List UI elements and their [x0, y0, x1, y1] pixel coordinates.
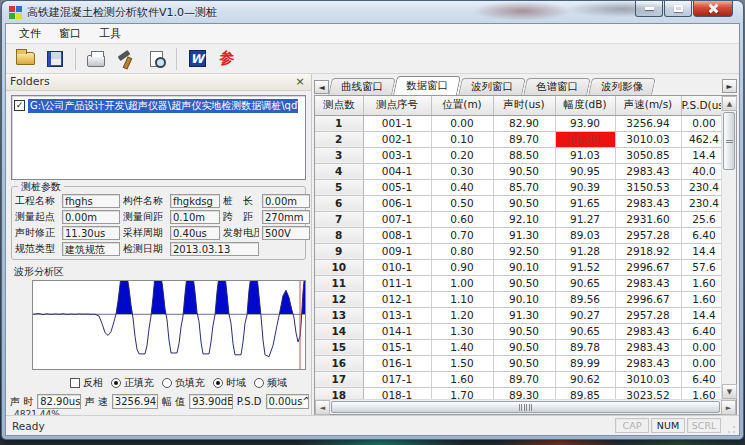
tab-scroll-right-button[interactable]: ► — [722, 79, 737, 93]
row-header-cell[interactable]: 1 — [315, 115, 363, 131]
tab-scroll-left-button[interactable]: ◄ — [314, 80, 329, 94]
table-row[interactable]: 12012-11.1090.1089.562996.671.60 — [315, 291, 721, 307]
table-cell[interactable]: 0.80 — [431, 243, 493, 259]
row-header-cell[interactable]: 10 — [315, 259, 363, 275]
row-header-cell[interactable]: 14 — [315, 323, 363, 339]
table-cell[interactable]: 57.6 — [681, 259, 721, 275]
row-header-cell[interactable]: 9 — [315, 243, 363, 259]
table-cell[interactable]: 3010.03 — [615, 371, 681, 387]
table-cell[interactable]: 014-1 — [363, 323, 431, 339]
param-button[interactable]: 参 — [214, 47, 240, 71]
scroll-down-icon[interactable]: ▼ — [722, 384, 737, 399]
row-header-cell[interactable]: 8 — [315, 227, 363, 243]
table-cell[interactable]: 0.00 — [431, 115, 493, 131]
table-row[interactable]: 10010-10.9090.1091.522996.6757.6 — [315, 259, 721, 275]
table-cell[interactable]: 6.40 — [681, 227, 721, 243]
table-cell[interactable]: 14.4 — [681, 243, 721, 259]
table-cell[interactable]: 005-1 — [363, 179, 431, 195]
table-cell[interactable]: 91.27 — [555, 211, 615, 227]
table-cell[interactable]: 0.10 — [431, 131, 493, 147]
row-header-cell[interactable]: 6 — [315, 195, 363, 211]
table-cell[interactable]: 230.4 — [681, 179, 721, 195]
table-cell[interactable]: 89.85 — [555, 387, 615, 399]
table-row[interactable]: 5005-10.4085.7090.393150.53230.4 — [315, 179, 721, 195]
table-cell[interactable]: 2957.28 — [615, 307, 681, 323]
table-cell[interactable]: 89.99 — [555, 355, 615, 371]
table-cell[interactable]: 2996.67 — [615, 291, 681, 307]
column-header-1[interactable]: 测点序号 — [363, 96, 431, 115]
tab-2[interactable]: 波列窗口 — [458, 78, 526, 95]
row-header-cell[interactable]: 17 — [315, 371, 363, 387]
scroll-right-icon[interactable]: ► — [721, 400, 736, 415]
table-cell[interactable]: 015-1 — [363, 339, 431, 355]
table-row[interactable]: 1001-10.0082.9093.903256.940.00 — [315, 115, 721, 131]
row-header-cell[interactable]: 2 — [315, 131, 363, 147]
table-cell[interactable]: 6.40 — [681, 371, 721, 387]
table-cell[interactable]: 89.70 — [493, 131, 555, 147]
title-bar[interactable]: 高铁建混凝土检测分析软件V1.0—测桩 — [2, 1, 743, 23]
table-cell[interactable]: 90.65 — [555, 323, 615, 339]
invert-checkbox[interactable]: 反相 — [70, 376, 103, 390]
table-cell[interactable]: 1.60 — [681, 275, 721, 291]
table-cell[interactable]: 82.90 — [493, 115, 555, 131]
table-row[interactable]: 14014-11.3090.5090.652983.436.40 — [315, 323, 721, 339]
table-cell[interactable]: 1.70 — [431, 387, 493, 399]
table-row[interactable]: 18018-11.7089.3089.853023.521.60 — [315, 387, 721, 399]
table-cell[interactable]: 25.6 — [681, 211, 721, 227]
table-cell[interactable]: 0.60 — [431, 211, 493, 227]
table-cell[interactable]: 91.28 — [555, 243, 615, 259]
table-cell[interactable]: 2957.28 — [615, 227, 681, 243]
table-cell[interactable]: 90.95 — [555, 163, 615, 179]
fill-mode-radio-2[interactable]: 负填充 — [162, 376, 205, 390]
table-cell[interactable]: 90.27 — [555, 307, 615, 323]
table-cell[interactable]: 6.40 — [681, 323, 721, 339]
column-header-5[interactable]: 声速(m/s) — [615, 96, 681, 115]
vertical-scrollbar[interactable]: ▲ ▼ — [721, 96, 736, 399]
table-cell[interactable]: 013-1 — [363, 307, 431, 323]
vertical-scroll-thumb[interactable] — [723, 112, 735, 170]
minimize-button[interactable] — [635, 1, 663, 17]
table-cell[interactable]: 1.40 — [431, 339, 493, 355]
table-row[interactable]: 11011-11.0090.5090.652983.431.60 — [315, 275, 721, 291]
resize-grip[interactable] — [724, 422, 737, 435]
table-row[interactable]: 7007-10.6092.1091.272931.6025.6 — [315, 211, 721, 227]
row-header-cell[interactable]: 16 — [315, 355, 363, 371]
folder-item[interactable]: ✓G:\公司产品设计开发\超声仪器\超声仪实地检测数据调桩\qd\qd03\qd… — [14, 99, 303, 113]
table-row[interactable]: 13013-11.2091.3090.272957.2814.4 — [315, 307, 721, 323]
table-cell[interactable]: 0.00 — [681, 115, 721, 131]
menu-item-0[interactable]: 文件 — [10, 24, 50, 43]
table-cell[interactable]: 009-1 — [363, 243, 431, 259]
table-cell[interactable]: 1.20 — [431, 307, 493, 323]
table-cell[interactable]: 91.30 — [493, 227, 555, 243]
row-header-cell[interactable]: 4 — [315, 163, 363, 179]
table-cell[interactable]: 0.90 — [431, 259, 493, 275]
table-cell[interactable]: 1.60 — [431, 371, 493, 387]
table-row[interactable]: 8008-10.7091.3089.032957.286.40 — [315, 227, 721, 243]
table-row[interactable]: 6006-10.5090.5091.652983.43230.4 — [315, 195, 721, 211]
menu-item-2[interactable]: 工具 — [90, 24, 130, 43]
table-cell[interactable]: 90.65 — [555, 275, 615, 291]
column-header-3[interactable]: 声时(us) — [493, 96, 555, 115]
print-button[interactable] — [83, 47, 109, 71]
close-button[interactable] — [693, 1, 733, 17]
table-cell[interactable]: 2931.60 — [615, 211, 681, 227]
table-cell[interactable]: 0.00 — [681, 355, 721, 371]
row-header-cell[interactable]: 5 — [315, 179, 363, 195]
table-cell[interactable]: 85.70 — [493, 179, 555, 195]
table-cell[interactable]: 3256.94 — [615, 115, 681, 131]
horizontal-scroll-thumb[interactable] — [331, 401, 720, 413]
scroll-left-icon[interactable]: ◄ — [315, 400, 330, 415]
table-cell[interactable]: 2918.92 — [615, 243, 681, 259]
table-cell[interactable]: 90.50 — [493, 275, 555, 291]
table-cell[interactable]: 93.90 — [555, 115, 615, 131]
table-row[interactable]: 9009-10.8092.5091.282918.9214.4 — [315, 243, 721, 259]
table-cell[interactable]: 462.4 — [681, 131, 721, 147]
table-cell[interactable]: 3050.85 — [615, 147, 681, 163]
horizontal-scrollbar[interactable]: ◄ ► — [315, 399, 736, 414]
preview-button[interactable] — [143, 47, 169, 71]
table-cell[interactable]: 016-1 — [363, 355, 431, 371]
table-cell[interactable]: 3023.52 — [615, 387, 681, 399]
table-cell[interactable]: 0.50 — [431, 195, 493, 211]
table-cell[interactable]: 0.00 — [681, 339, 721, 355]
menu-item-1[interactable]: 窗口 — [50, 24, 90, 43]
